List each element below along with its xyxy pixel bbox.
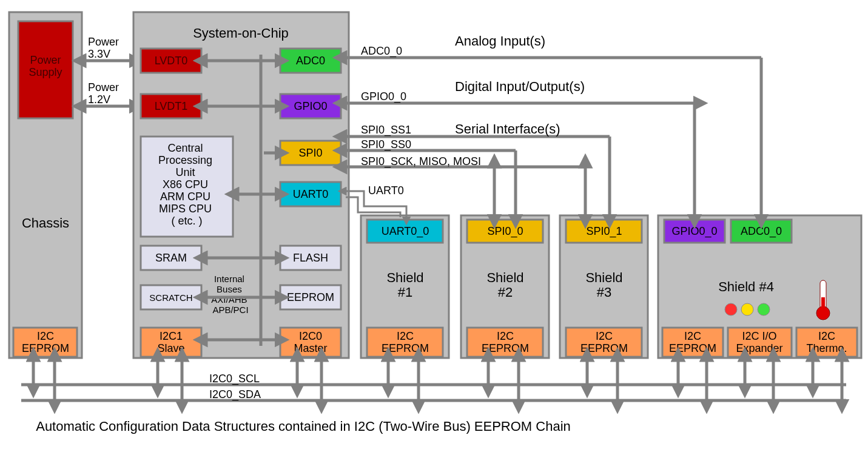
led-yellow-icon bbox=[741, 303, 753, 316]
lvdt1-label: LVDT1 bbox=[155, 100, 188, 112]
shield-2: SPI0_0 Shield#2 I2CEEPROM bbox=[461, 215, 549, 358]
shield-1: UART0_0 Shield#1 I2CEEPROM bbox=[361, 215, 449, 358]
chassis-label: Chassis bbox=[22, 215, 69, 231]
i2c1-label: I2C1Slave bbox=[157, 330, 184, 354]
bus-label: Internal Buses AXI/AHB APB/PCI bbox=[211, 274, 249, 315]
digital-title: Digital Input/Output(s) bbox=[455, 79, 585, 94]
footer-text: Automatic Configuration Data Structures … bbox=[36, 419, 571, 434]
shield-3: SPI0_1 Shield#3 I2CEEPROM bbox=[560, 215, 648, 358]
power-supply-label: PowerSupply bbox=[29, 54, 62, 78]
svg-text:SPI0_1: SPI0_1 bbox=[586, 225, 622, 238]
i2c-sda-label: I2C0_SDA bbox=[209, 388, 261, 401]
power-12-label: Power1.2V bbox=[88, 81, 119, 106]
adc-signal-label: ADC0_0 bbox=[361, 45, 402, 58]
serial-title: Serial Interface(s) bbox=[455, 121, 560, 137]
gpio0-label: GPIO0 bbox=[294, 100, 327, 112]
i2c-scl-label: I2C0_SCL bbox=[209, 373, 260, 385]
led-red-icon bbox=[725, 303, 737, 316]
gpio-signal-label: GPIO0_0 bbox=[361, 90, 406, 103]
power-33-label: Power3.3V bbox=[88, 36, 119, 60]
adc0-label: ADC0 bbox=[296, 55, 325, 67]
spi-bus-label: SPI0_SCK, MISO, MOSI bbox=[361, 155, 481, 168]
i2c-drops bbox=[33, 360, 842, 400]
svg-text:UART0_0: UART0_0 bbox=[382, 225, 429, 238]
uart0-label: UART0 bbox=[293, 188, 329, 200]
spi0-label: SPI0 bbox=[298, 147, 322, 159]
svg-text:Shield  #4: Shield #4 bbox=[718, 279, 774, 294]
spi-ss1-label: SPI0_SS1 bbox=[361, 124, 411, 137]
soc-title: System-on-Chip bbox=[193, 25, 289, 41]
svg-text:ADC0_0: ADC0_0 bbox=[741, 225, 782, 238]
shield-4: GPIO0_0 ADC0_0 Shield #4 I2CEEPROM I2C I… bbox=[658, 215, 861, 358]
lvdt0-label: LVDT0 bbox=[155, 55, 188, 67]
svg-text:SPI0_0: SPI0_0 bbox=[487, 225, 523, 238]
cpu-label: Central Processing Unit X86 CPU ARM CPU … bbox=[158, 142, 215, 227]
scratch-label: SCRATCH bbox=[149, 292, 192, 303]
sram-label: SRAM bbox=[155, 252, 187, 264]
flash-label: FLASH bbox=[293, 252, 328, 264]
uart-signal-label: UART0 bbox=[368, 184, 404, 197]
analog-title: Analog Input(s) bbox=[455, 33, 545, 49]
spi-ss0-label: SPI0_SS0 bbox=[361, 138, 411, 151]
eeprom-label: EEPROM bbox=[287, 291, 334, 303]
svg-text:GPIO0_0: GPIO0_0 bbox=[671, 225, 717, 238]
led-green-icon bbox=[758, 303, 770, 316]
svg-text:I2C I/OExpander: I2C I/OExpander bbox=[736, 330, 782, 354]
svg-rect-33 bbox=[821, 297, 825, 312]
